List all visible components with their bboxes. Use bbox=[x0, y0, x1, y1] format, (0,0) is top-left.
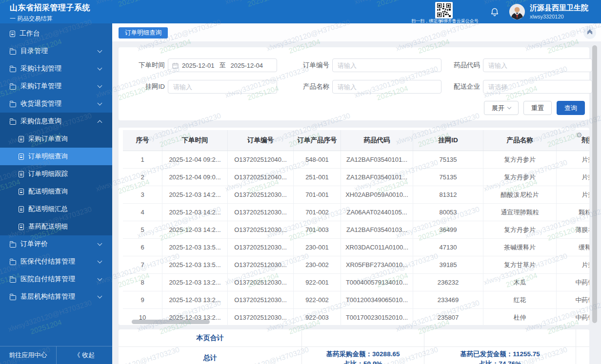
table-cell: 548-001 bbox=[294, 151, 341, 168]
sidebar-item-label: 工作台 bbox=[20, 29, 40, 38]
collapse-sidebar-button[interactable]: 《 收起 bbox=[57, 346, 113, 364]
table-cell: 复方甘草片 bbox=[483, 256, 557, 273]
table-cell: 片剂 bbox=[557, 169, 589, 186]
column-header: 订单产品序号 bbox=[294, 130, 341, 151]
order-no-input[interactable] bbox=[332, 58, 441, 72]
table-cell: 2025-12-03 13:5... bbox=[162, 239, 228, 256]
vertical-scrollbar[interactable] bbox=[592, 45, 597, 323]
app-root: 山东省招采管理子系统 一 药品交易结算 扫一扫，绑定/解绑齐鲁云采公众号 bbox=[0, 0, 601, 364]
table-cell: T001700230152010... bbox=[341, 309, 413, 325]
sidebar-item[interactable]: 工作台 bbox=[0, 25, 112, 42]
collapse-top-button[interactable] bbox=[583, 26, 596, 39]
table-cell: XR03DAC011A0100... bbox=[341, 239, 413, 256]
table-row[interactable]: 62025-12-03 13:5...O137202512030...230-0… bbox=[123, 239, 589, 256]
bell-icon[interactable] bbox=[490, 7, 500, 17]
column-settings-gear-icon[interactable]: ⚙ bbox=[576, 131, 582, 139]
order-time-range-input[interactable]: 2025-12-01 至 2025-12-04 bbox=[168, 58, 277, 72]
product-name-field: 产品名称 bbox=[288, 80, 441, 94]
sidebar-subitem[interactable]: 基药配送明细 bbox=[0, 218, 112, 235]
sidebar-item-label: 目录管理 bbox=[20, 47, 48, 56]
drug-code-input[interactable] bbox=[483, 58, 592, 72]
reset-button[interactable]: 重置 bbox=[523, 101, 552, 115]
table-cell: 230-002 bbox=[294, 256, 341, 273]
table-cell: 922-002 bbox=[294, 291, 341, 308]
sidebar-subitem-label: 订单明细查询 bbox=[28, 152, 68, 161]
product-name-label: 产品名称 bbox=[288, 82, 329, 91]
table-cell: 2025-12-03 13:2... bbox=[162, 291, 228, 308]
tab-order-detail-query[interactable]: 订单明细查询 bbox=[119, 27, 168, 38]
delivery-company-field: 配送企业 bbox=[439, 80, 592, 94]
delivered-amount: 基药已发货金额：11255.75 bbox=[460, 349, 540, 359]
table-row[interactable]: 42025-12-03 14:2...O137202512030...701-0… bbox=[123, 204, 589, 221]
table-row[interactable]: 82025-12-03 13:2...O137202512030...922-0… bbox=[123, 274, 589, 291]
sidebar-item[interactable]: 采购订单管理 bbox=[0, 77, 112, 95]
grand-total-label: 总计 bbox=[203, 354, 217, 363]
sidebar-subitem[interactable]: 配送明细查询 bbox=[0, 183, 112, 200]
table-cell: 81312 bbox=[413, 186, 483, 203]
sidebar-item[interactable]: 收货退货管理 bbox=[0, 95, 112, 113]
table-cell: 236232 bbox=[413, 274, 483, 291]
expand-button[interactable]: 展开 bbox=[484, 101, 519, 115]
sidebar-item[interactable]: 采购信息查询 bbox=[0, 113, 112, 130]
table-cell: 2 bbox=[123, 169, 162, 186]
folder-icon bbox=[10, 50, 16, 55]
horizontal-scrollbar[interactable] bbox=[132, 320, 210, 324]
product-name-input[interactable] bbox=[332, 80, 441, 94]
sidebar-subitem[interactable]: 订单明细跟踪 bbox=[0, 165, 112, 183]
sidebar-item-label: 基层机构结算管理 bbox=[20, 292, 75, 301]
sidebar-item[interactable]: 医院自付结算管理 bbox=[0, 270, 112, 288]
hospital-name: 沂源县西里卫生院 bbox=[530, 3, 588, 13]
table-cell: 复方丹参片 bbox=[483, 151, 557, 168]
table-row[interactable]: 92025-12-03 13:2...O137202512030...922-0… bbox=[123, 291, 589, 309]
table-row[interactable]: 12025-12-04 09:2...O137202512040...548-0… bbox=[123, 151, 589, 169]
table-cell: 701-003 bbox=[294, 221, 341, 238]
user-avatar[interactable] bbox=[509, 3, 525, 20]
table-cell: O137202512030... bbox=[228, 204, 294, 221]
table-cell: 39185 bbox=[413, 256, 483, 273]
sidebar-item[interactable]: 基层机构结算管理 bbox=[0, 288, 112, 306]
table-cell: 复方丹参片 bbox=[483, 169, 557, 186]
table-cell: 235807 bbox=[413, 309, 483, 325]
sidebar-item[interactable]: 医保代付结算管理 bbox=[0, 253, 112, 270]
sidebar-subitem-label: 配送明细查询 bbox=[28, 187, 68, 196]
table-row[interactable]: 52025-12-03 14:2...O137202512030...701-0… bbox=[123, 221, 589, 239]
qr-caption: 扫一扫，绑定/解绑齐鲁云采公众号 bbox=[401, 18, 489, 24]
table-cell: 922-001 bbox=[294, 274, 341, 291]
table-cell: 颗粒剂 bbox=[557, 204, 589, 221]
filter-panel: 下单时间 2025-12-01 至 2025-12-04 订单编号 药品代码 bbox=[119, 47, 589, 120]
sidebar-item[interactable]: 目录管理 bbox=[0, 42, 112, 60]
grand-total-row: 总计 基药采购金额：30288.65 占比：59.9% 基药已发货金额：1125… bbox=[119, 347, 589, 364]
orders-table-card: 序号下单时间订单编号订单产品序号药品代码挂网ID产品名称剂型 12025-12-… bbox=[119, 128, 589, 325]
table-cell: 8 bbox=[123, 274, 162, 291]
expand-button-label: 展开 bbox=[492, 104, 504, 113]
folder-icon bbox=[10, 102, 16, 107]
sidebar-item-label: 医院自付结算管理 bbox=[20, 275, 75, 284]
chevron-down-icon bbox=[98, 65, 102, 70]
table-cell: 2025-12-03 13:5... bbox=[162, 256, 228, 273]
sidebar-item-label: 采购计划管理 bbox=[20, 64, 61, 73]
table-header-row: 序号下单时间订单编号订单产品序号药品代码挂网ID产品名称剂型 bbox=[123, 130, 589, 151]
table-cell: 红花 bbox=[483, 291, 557, 308]
sidebar-subitem[interactable]: 订单明细查询 bbox=[0, 148, 112, 165]
table-cell: 片剂 bbox=[557, 186, 589, 203]
listing-id-input[interactable] bbox=[168, 80, 277, 94]
table-cell: 醋酸泼尼松片 bbox=[483, 186, 557, 203]
sidebar-subitem[interactable]: 配送明细汇总 bbox=[0, 200, 112, 218]
app-center-button[interactable]: 前往应用中心 bbox=[0, 346, 57, 364]
document-icon bbox=[19, 224, 24, 230]
sidebar-item[interactable]: 采购计划管理 bbox=[0, 60, 112, 77]
document-icon bbox=[19, 206, 24, 212]
table-row[interactable]: 22025-12-04 09:0...O137202512040...251-0… bbox=[123, 169, 589, 186]
date-end: 2025-12-04 bbox=[231, 62, 263, 69]
chevron-down-icon bbox=[98, 258, 102, 263]
sidebar-menu: 工作台目录管理采购计划管理采购订单管理收货退货管理采购信息查询采购订单查询订单明… bbox=[0, 23, 112, 306]
delivery-company-select[interactable] bbox=[483, 80, 592, 94]
table-row[interactable]: 72025-12-03 13:5...O137202512030...230-0… bbox=[123, 256, 589, 274]
chevron-down-icon bbox=[98, 48, 102, 53]
search-button[interactable]: 查询 bbox=[557, 101, 585, 115]
username: xlwsy3320120 bbox=[530, 14, 588, 19]
table-row[interactable]: 32025-12-03 14:2...O137202512030...701-0… bbox=[123, 186, 589, 204]
sidebar-subitem[interactable]: 采购订单查询 bbox=[0, 130, 112, 148]
sidebar-item[interactable]: 订单评价 bbox=[0, 235, 112, 253]
table-cell: O137202512030... bbox=[228, 309, 294, 325]
